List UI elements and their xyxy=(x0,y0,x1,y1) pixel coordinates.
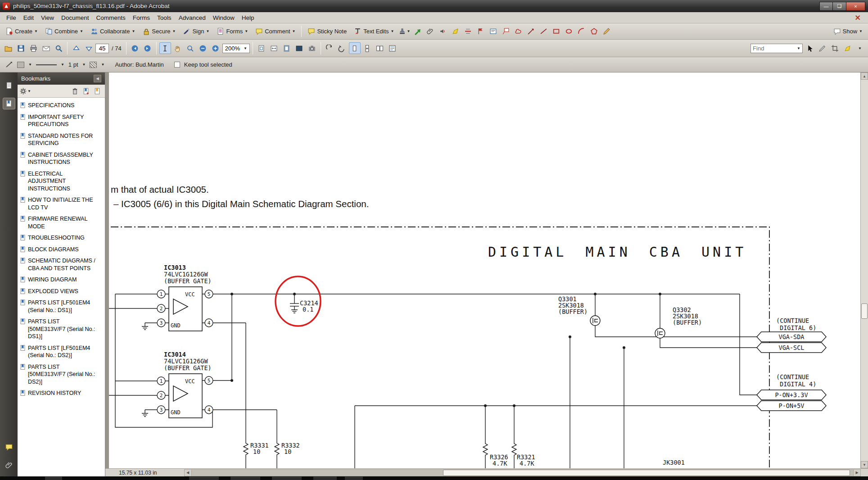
line-tool-button[interactable] xyxy=(538,26,549,37)
previous-page-button[interactable] xyxy=(70,42,82,54)
menu-view[interactable]: View xyxy=(37,14,58,22)
scroll-right-icon[interactable]: ▶ xyxy=(853,469,861,476)
crop-tool-button[interactable] xyxy=(829,42,841,54)
text-box-button[interactable] xyxy=(487,26,499,37)
secure-button[interactable]: Secure▼ xyxy=(139,26,179,37)
menu-window[interactable]: Window xyxy=(209,14,238,22)
windows-taskbar[interactable] xyxy=(0,476,868,480)
attach-file-button[interactable] xyxy=(424,26,436,37)
object-data-button[interactable] xyxy=(387,42,398,54)
menu-comments[interactable]: Comments xyxy=(93,14,129,22)
comments-panel-button[interactable] xyxy=(3,441,15,453)
line-width-value[interactable]: 1 pt xyxy=(68,61,78,68)
taskbar-item[interactable] xyxy=(272,477,302,480)
taskbar-item[interactable] xyxy=(345,477,363,480)
close-button[interactable]: × xyxy=(846,2,865,11)
combine-button[interactable]: Combine▼ xyxy=(42,26,86,37)
bookmark-item[interactable]: ELECTRICAL ADJUSTMENT INSTRUCTIONS xyxy=(20,170,104,193)
bookmark-item[interactable]: PARTS LIST [50ME313V/F7 (Serial No.: DS2… xyxy=(20,363,104,386)
highlight-text-button[interactable] xyxy=(449,26,461,37)
fit-width-button[interactable] xyxy=(268,42,280,54)
single-page-button[interactable] xyxy=(349,42,361,54)
bookmark-item[interactable]: FIRMWARE RENEWAL MODE xyxy=(20,215,104,230)
arrow-tool-button[interactable] xyxy=(525,26,537,37)
full-screen-button[interactable] xyxy=(294,42,305,54)
scroll-down-icon[interactable]: ▼ xyxy=(861,461,868,468)
bookmark-options-button[interactable]: ▼ xyxy=(20,86,30,96)
bookmark-item[interactable]: WIRING DIAGRAM xyxy=(20,276,104,284)
open-button[interactable] xyxy=(2,42,14,54)
bookmark-item[interactable]: IMPORTANT SAFETY PRECAUTIONS xyxy=(20,113,104,128)
callout-button[interactable] xyxy=(500,26,511,37)
menu-file[interactable]: File xyxy=(3,14,20,22)
polygon-tool-button[interactable] xyxy=(588,26,600,37)
vertical-scrollbar[interactable]: ▲ ▼ xyxy=(860,72,868,468)
bookmark-item[interactable]: HOW TO INITIALIZE THE LCD TV xyxy=(20,196,104,211)
horizontal-scrollbar[interactable] xyxy=(192,469,853,476)
pencil-tool-button[interactable] xyxy=(601,26,612,37)
bookmark-item[interactable]: STANDARD NOTES FOR SERVICING xyxy=(20,132,104,147)
find-options-icon[interactable]: ▼ xyxy=(795,46,802,50)
bookmark-item[interactable]: PARTS LIST [LF501EM4 (Serial No.: DS2)] xyxy=(20,344,104,359)
snapshot-button[interactable] xyxy=(306,42,318,54)
line-tool-prop-icon[interactable] xyxy=(5,61,13,68)
oval-tool-button[interactable] xyxy=(563,26,574,37)
comment-button[interactable]: Comment▼ xyxy=(252,26,298,37)
approve-stamp-button[interactable] xyxy=(411,26,423,37)
bookmark-item[interactable]: BLOCK DIAGRAMS xyxy=(20,246,104,254)
save-button[interactable] xyxy=(15,42,27,54)
sign-button[interactable]: Sign▼ xyxy=(180,26,212,37)
bookmark-item[interactable]: EXPLODED VIEWS xyxy=(20,288,104,295)
sticky-note-button[interactable]: Sticky Note xyxy=(304,26,350,37)
line-style-sample[interactable] xyxy=(36,64,57,65)
delete-bookmark-button[interactable] xyxy=(70,86,80,96)
minimize-button[interactable]: — xyxy=(819,2,833,11)
record-audio-button[interactable] xyxy=(437,26,448,37)
menu-help[interactable]: Help xyxy=(238,14,258,22)
bookmark-menu-button[interactable] xyxy=(92,86,102,96)
rotate-ccw-button[interactable] xyxy=(324,42,335,54)
bookmark-item[interactable]: CABINET DISASSEMBLY INSTRUCTIONS xyxy=(20,151,104,166)
crossout-text-button[interactable] xyxy=(462,26,474,37)
email-button[interactable] xyxy=(40,42,52,54)
horizontal-scroll-thumb[interactable] xyxy=(443,470,850,476)
select-tool-button[interactable] xyxy=(159,42,171,54)
bookmark-item[interactable]: SPECIFICATIONS xyxy=(20,102,104,109)
maximize-button[interactable]: ❏ xyxy=(833,2,846,11)
menu-document[interactable]: Document xyxy=(58,14,93,22)
print-button[interactable] xyxy=(27,42,39,54)
arc-tool-button[interactable] xyxy=(575,26,587,37)
scroll-up-icon[interactable]: ▲ xyxy=(861,72,868,80)
bookmark-item[interactable]: REVISION HISTORY xyxy=(20,389,104,397)
bookmarks-panel-button[interactable] xyxy=(3,98,15,109)
zoom-out-button[interactable] xyxy=(197,42,209,54)
bookmark-item[interactable]: PARTS LIST [50ME313V/F7 (Serial No.: DS1… xyxy=(20,318,104,340)
previous-view-button[interactable] xyxy=(129,42,141,54)
actual-size-button[interactable] xyxy=(256,42,267,54)
vertical-scroll-thumb[interactable] xyxy=(861,303,868,319)
next-page-button[interactable] xyxy=(83,42,95,54)
rotate-cw-button[interactable] xyxy=(336,42,348,54)
sign-here-button[interactable] xyxy=(475,26,486,37)
close-document-icon[interactable]: ✕ xyxy=(850,14,865,22)
search-button[interactable] xyxy=(53,42,64,54)
taskbar-item[interactable] xyxy=(313,477,337,480)
zoom-in-button[interactable] xyxy=(210,42,222,54)
highlighter-tool-button[interactable] xyxy=(841,42,853,54)
text-edits-button[interactable]: Text Edits▼ xyxy=(351,26,397,37)
new-bookmark-button[interactable] xyxy=(81,86,91,96)
keep-tool-checkbox[interactable] xyxy=(174,62,180,68)
fit-page-button[interactable] xyxy=(281,42,293,54)
collaborate-button[interactable]: Collaborate▼ xyxy=(87,26,138,37)
cloud-tool-button[interactable] xyxy=(512,26,524,37)
edit-tool-button[interactable] xyxy=(816,42,828,54)
next-view-button[interactable] xyxy=(142,42,154,54)
hand-tool-button[interactable] xyxy=(172,42,184,54)
taskbar-item[interactable] xyxy=(231,477,260,480)
forms-button[interactable]: Forms▼ xyxy=(213,26,251,37)
zoom-marquee-button[interactable] xyxy=(185,42,196,54)
rectangle-tool-button[interactable] xyxy=(550,26,562,37)
zoom-level-select[interactable]: 200%▼ xyxy=(222,44,250,53)
collapse-panel-button[interactable]: ◀ xyxy=(94,75,101,82)
menu-edit[interactable]: Edit xyxy=(20,14,37,22)
